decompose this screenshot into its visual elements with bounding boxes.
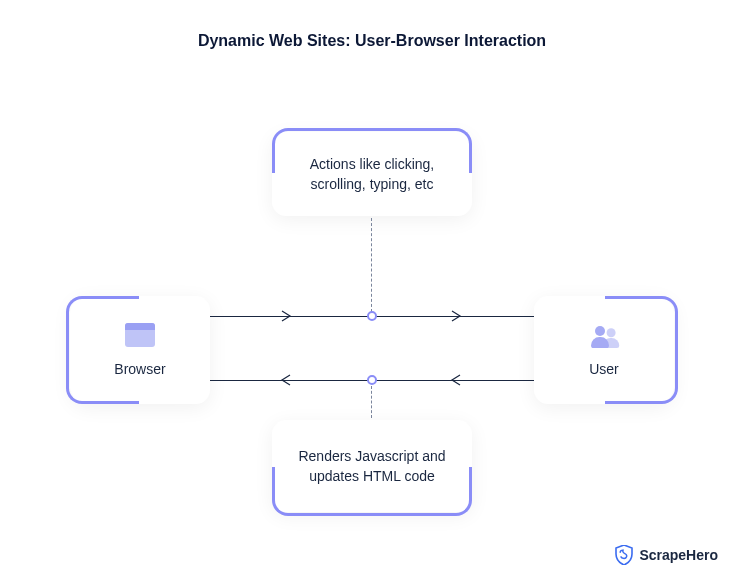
shield-icon (615, 545, 633, 565)
node-user: User (534, 296, 674, 404)
node-user-label: User (589, 359, 619, 379)
brand-text: ScrapeHero (639, 547, 718, 563)
node-render: Renders Javascript and updates HTML code (272, 420, 472, 512)
connector-dashed-top (371, 218, 372, 312)
arrow-head-icon (280, 374, 292, 386)
connector-circle-icon (367, 375, 377, 385)
node-actions: Actions like clicking, scrolling, typing… (272, 132, 472, 216)
node-browser-label: Browser (114, 359, 165, 379)
arrow-head-icon (450, 310, 462, 322)
diagram-title: Dynamic Web Sites: User-Browser Interact… (0, 32, 744, 50)
node-actions-text: Actions like clicking, scrolling, typing… (292, 154, 452, 195)
arrow-head-icon (450, 374, 462, 386)
connector-dashed-bottom (371, 386, 372, 418)
node-render-text: Renders Javascript and updates HTML code (292, 446, 452, 487)
arrow-head-icon (280, 310, 292, 322)
connector-circle-icon (367, 311, 377, 321)
users-icon (587, 321, 621, 349)
brand-logo: ScrapeHero (615, 545, 718, 565)
arrow-browser-to-user-bottom (210, 380, 534, 381)
node-browser: Browser (70, 296, 210, 404)
browser-icon (123, 321, 157, 349)
arrow-user-to-browser-top (210, 316, 534, 317)
